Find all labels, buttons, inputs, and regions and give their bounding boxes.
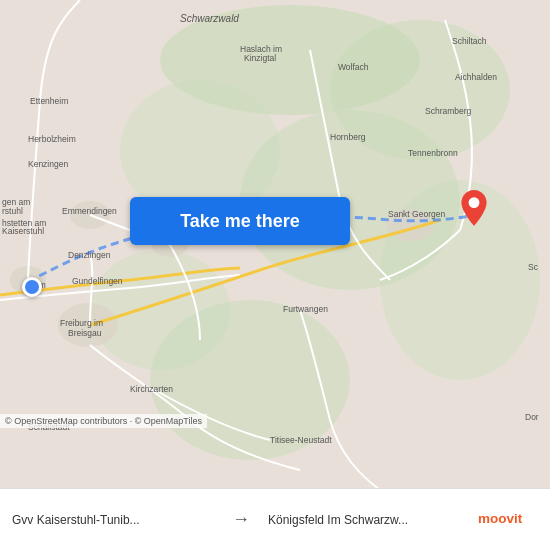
svg-text:Kenzingen: Kenzingen	[28, 159, 68, 169]
svg-text:Kinzigtal: Kinzigtal	[244, 53, 276, 63]
svg-text:Herbolzheim: Herbolzheim	[28, 134, 76, 144]
svg-text:Sankt Georgen: Sankt Georgen	[388, 209, 445, 219]
origin-marker	[22, 277, 42, 297]
take-me-there-button[interactable]: Take me there	[130, 197, 350, 245]
destination-marker	[460, 190, 488, 226]
svg-text:Ettenheim: Ettenheim	[30, 96, 68, 106]
copyright-attribution: © OpenStreetMap contributors · © OpenMap…	[0, 414, 207, 428]
svg-text:Dor: Dor	[525, 412, 539, 422]
to-location-text: Königsfeld Im Schwarzw...	[268, 513, 408, 527]
from-location-text: Gvv Kaiserstuhl-Tunib...	[12, 513, 140, 527]
svg-text:Freiburg im: Freiburg im	[60, 318, 103, 328]
direction-arrow: →	[222, 509, 260, 530]
svg-point-7	[90, 250, 230, 370]
from-section: Gvv Kaiserstuhl-Tunib...	[0, 513, 222, 527]
svg-text:Schwarzwald: Schwarzwald	[180, 13, 239, 24]
svg-point-43	[469, 197, 480, 208]
svg-text:rstuhl: rstuhl	[2, 206, 23, 216]
svg-text:Hornberg: Hornberg	[330, 132, 366, 142]
svg-text:Emmendingen: Emmendingen	[62, 206, 117, 216]
svg-text:Kirchzarten: Kirchzarten	[130, 384, 173, 394]
svg-text:Schramberg: Schramberg	[425, 106, 472, 116]
svg-text:Sc: Sc	[528, 262, 539, 272]
svg-text:Furtwangen: Furtwangen	[283, 304, 328, 314]
bottom-bar: Gvv Kaiserstuhl-Tunib... → Königsfeld Im…	[0, 488, 550, 550]
map-container: Schwarzwald Ettenheim Herbolzheim Kenzin…	[0, 0, 550, 490]
svg-text:Titisee-Neustadt: Titisee-Neustadt	[270, 435, 332, 445]
to-section: Königsfeld Im Schwarzw...	[260, 513, 474, 527]
svg-text:Kaiserstuhl: Kaiserstuhl	[2, 226, 44, 236]
moovit-logo: moovit	[474, 506, 550, 534]
svg-text:Gundelfingen: Gundelfingen	[72, 276, 123, 286]
svg-text:Denzlingen: Denzlingen	[68, 250, 111, 260]
svg-text:moovit: moovit	[478, 510, 523, 525]
svg-text:Breisgau: Breisgau	[68, 328, 102, 338]
svg-text:Aichhalden: Aichhalden	[455, 72, 497, 82]
svg-text:Wolfach: Wolfach	[338, 62, 369, 72]
svg-text:Tennenbronn: Tennenbronn	[408, 148, 458, 158]
moovit-logo-text: moovit	[478, 506, 538, 534]
svg-text:Schiltach: Schiltach	[452, 36, 487, 46]
